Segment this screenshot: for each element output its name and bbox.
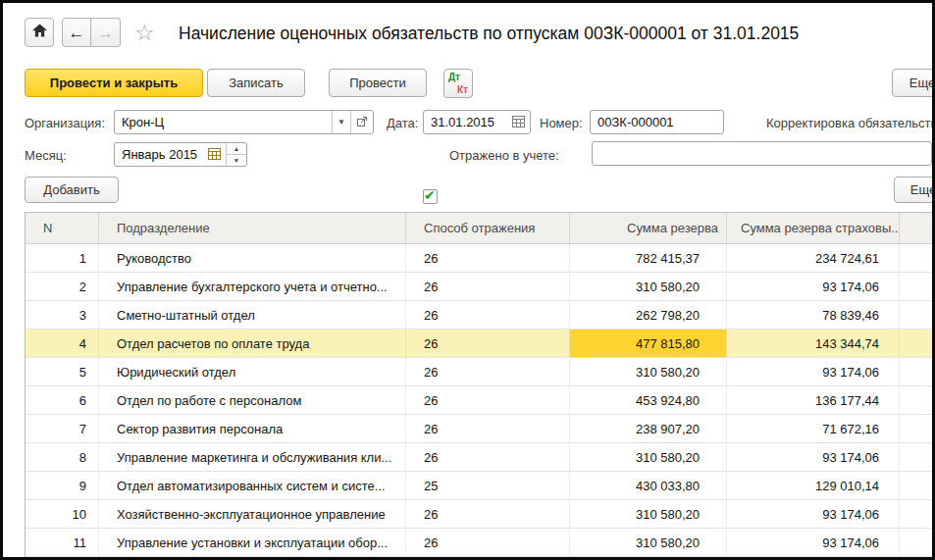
home-button[interactable] — [25, 18, 54, 47]
cell-dept[interactable]: Отдел автоматизированных систем и систе.… — [99, 472, 406, 499]
cell-reserve[interactable]: 782 415,37 — [570, 244, 727, 272]
table-row[interactable]: 5 Юридический отдел 26 310 580,20 93 174… — [26, 358, 935, 386]
cell-n[interactable]: 2 — [26, 273, 99, 300]
date-field[interactable]: 31.01.2015 — [423, 110, 531, 134]
table-row[interactable]: 1 Руководство 26 782 415,37 234 724,61 — [26, 244, 935, 273]
table-row[interactable]: 4 Отдел расчетов по оплате труда 26 477 … — [26, 330, 935, 358]
cell-n[interactable]: 4 — [26, 330, 99, 357]
column-header-dept[interactable]: Подразделение — [99, 213, 406, 243]
cell-insurance[interactable]: 93 174,06 — [727, 273, 900, 300]
cell-method[interactable]: 26 — [406, 500, 570, 528]
cell-n[interactable]: 6 — [26, 386, 99, 414]
cell-dept[interactable]: Юридический отдел — [99, 358, 406, 385]
table-row[interactable]: 10 Хозяйственно-эксплуатационное управле… — [26, 500, 935, 529]
back-button[interactable]: ← — [62, 18, 91, 47]
cell-method[interactable]: 26 — [406, 386, 570, 414]
cell-method[interactable]: 25 — [406, 472, 570, 499]
cell-dept[interactable]: Руководство — [99, 244, 406, 272]
cell-dept[interactable]: Отдел по работе с персоналом — [99, 386, 406, 414]
cell-dept[interactable]: Хозяйственно-эксплуатационное управление — [99, 500, 406, 528]
cell-dept[interactable]: Управление бухгалтерского учета и отчетн… — [99, 273, 406, 300]
organization-field[interactable]: Крон-Ц ▼ — [114, 110, 374, 134]
favorite-button[interactable]: ☆ — [134, 22, 155, 44]
cell-method[interactable]: 26 — [406, 529, 570, 556]
organization-open-button[interactable] — [350, 111, 373, 133]
cell-method[interactable]: 26 — [406, 330, 570, 357]
cell-method[interactable]: 26 — [406, 244, 570, 272]
cell-n[interactable]: 8 — [26, 443, 99, 471]
cell-reserve[interactable]: 238 907,20 — [570, 415, 727, 442]
date-calendar-button[interactable] — [506, 111, 530, 133]
cell-insurance[interactable]: 93 174,06 — [727, 529, 900, 556]
month-spinner[interactable]: ▲ ▼ — [226, 143, 246, 166]
cell-method[interactable]: 26 — [406, 301, 570, 329]
column-header-insurance[interactable]: Сумма резерва страховы... — [727, 213, 900, 243]
column-header-method[interactable]: Способ отражения — [406, 213, 570, 243]
cell-reserve[interactable]: 477 815,80 — [570, 330, 727, 357]
cell-insurance[interactable]: 93 174,06 — [727, 358, 900, 385]
table-row[interactable]: 3 Сметно-штатный отдел 26 262 798,20 78 … — [26, 301, 935, 330]
cell-reserve[interactable]: 310 580,20 — [570, 529, 727, 556]
dt-kt-button[interactable]: Дт Кт — [443, 69, 473, 98]
page-title: Начисление оценочных обязательств по отп… — [179, 24, 799, 44]
number-field[interactable]: 00ЗК-000001 — [590, 110, 724, 134]
cell-reserve[interactable]: 453 924,80 — [570, 386, 727, 414]
cell-method[interactable]: 26 — [406, 358, 570, 385]
table-row[interactable]: 8 Управление маркетинга и обслуживания к… — [26, 443, 935, 472]
cell-insurance[interactable]: 78 839,46 — [727, 301, 900, 329]
cell-n[interactable]: 7 — [26, 415, 99, 442]
cell-insurance[interactable]: 93 174,06 — [727, 443, 900, 471]
reflected-checkbox[interactable] — [423, 189, 438, 204]
post-button[interactable]: Провести — [329, 69, 427, 97]
cell-insurance[interactable]: 93 174,06 — [727, 500, 900, 528]
table-row[interactable]: 7 Сектор развития персонала 26 238 907,2… — [26, 415, 935, 443]
table-row[interactable]: 11 Управление установки и эксплуатации о… — [26, 529, 935, 557]
date-label: Дата: — [387, 116, 418, 130]
cell-reserve[interactable]: 310 580,20 — [570, 273, 727, 300]
cell-reserve[interactable]: 430 033,80 — [570, 472, 727, 499]
cell-insurance[interactable]: 71 672,16 — [727, 415, 900, 442]
cell-method[interactable]: 26 — [406, 273, 570, 300]
table-row[interactable]: 9 Отдел автоматизированных систем и сист… — [26, 472, 935, 500]
add-row-button[interactable]: Добавить — [25, 177, 119, 203]
cell-method[interactable]: 26 — [406, 415, 570, 442]
cell-dept[interactable]: Сектор развития персонала — [99, 415, 406, 442]
post-and-close-button[interactable]: Провести и закрыть — [25, 69, 203, 97]
write-button[interactable]: Записать — [207, 69, 305, 97]
spinner-down-icon[interactable]: ▼ — [227, 155, 246, 166]
cell-reserve[interactable]: 262 798,20 — [570, 301, 727, 329]
column-header-n[interactable]: N — [26, 213, 99, 243]
forward-button[interactable]: → — [91, 18, 121, 47]
cell-n[interactable]: 3 — [26, 301, 99, 329]
cell-insurance[interactable]: 234 724,61 — [727, 244, 900, 272]
spinner-up-icon[interactable]: ▲ — [227, 143, 246, 155]
more-button-top[interactable]: Еще — [892, 69, 935, 97]
cell-n[interactable]: 5 — [26, 358, 99, 385]
table-row[interactable]: 2 Управление бухгалтерского учета и отче… — [26, 273, 935, 301]
cell-n[interactable]: 1 — [26, 244, 99, 272]
cell-insurance[interactable]: 129 010,14 — [727, 472, 900, 499]
table-row[interactable]: 6 Отдел по работе с персоналом 26 453 92… — [26, 386, 935, 415]
cell-dept[interactable]: Управление маркетинга и обслуживания кли… — [99, 443, 406, 471]
kt-label: Кт — [457, 84, 468, 95]
organization-dropdown-button[interactable]: ▼ — [332, 111, 350, 133]
more-button-table[interactable]: Еще — [894, 177, 935, 203]
cell-n[interactable]: 10 — [26, 500, 99, 528]
month-calendar-button[interactable] — [203, 143, 226, 166]
cell-insurance[interactable]: 136 177,44 — [727, 386, 900, 414]
cell-extra — [900, 244, 935, 272]
cell-n[interactable]: 11 — [26, 529, 99, 556]
cell-n[interactable]: 9 — [26, 472, 99, 499]
column-header-reserve[interactable]: Сумма резерва — [570, 213, 727, 243]
cell-dept[interactable]: Управление установки и эксплуатации обор… — [99, 529, 406, 556]
cell-reserve[interactable]: 310 580,20 — [570, 443, 727, 471]
cell-dept[interactable]: Сметно-штатный отдел — [99, 301, 406, 329]
cell-reserve[interactable]: 310 580,20 — [570, 500, 727, 528]
cell-dept[interactable]: Отдел расчетов по оплате труда — [99, 330, 406, 357]
cell-reserve[interactable]: 310 580,20 — [570, 358, 727, 385]
cell-extra — [900, 472, 935, 499]
reflected-field[interactable] — [592, 141, 932, 166]
month-field[interactable]: Январь 2015 ▲ ▼ — [114, 142, 247, 167]
cell-method[interactable]: 26 — [406, 443, 570, 471]
cell-insurance[interactable]: 143 344,74 — [727, 330, 900, 357]
